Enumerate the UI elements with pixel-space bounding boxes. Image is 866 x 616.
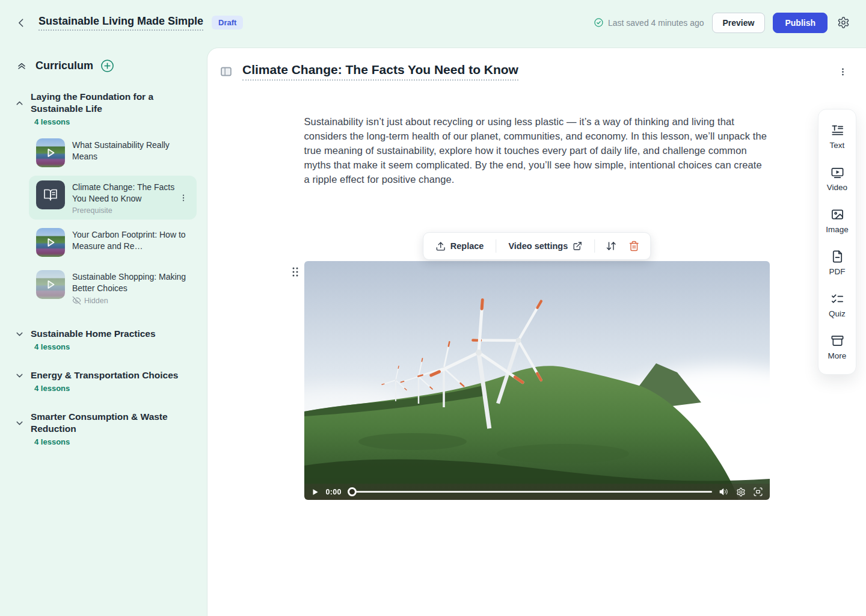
seek-knob[interactable] [348, 487, 357, 496]
topbar: Sustainable Living Made Simple Draft Las… [0, 0, 866, 45]
lesson-title: Climate Change: The Facts You Need to Kn… [72, 182, 174, 203]
replace-label: Replace [450, 241, 484, 251]
curriculum-sidebar: Curriculum Laying the Foundation for a S… [0, 45, 207, 616]
curriculum-title: Curriculum [35, 60, 93, 72]
section-header[interactable]: Smarter Consumption & Waste Reduction [0, 411, 207, 435]
insert-text-button[interactable]: Text [818, 116, 856, 158]
section-lesson-count: 4 lessons [0, 117, 207, 126]
lesson-hidden-badge: Hidden [72, 296, 191, 305]
fullscreen-icon [753, 487, 763, 497]
video-block-toolbar: Replace Video settings [423, 232, 651, 260]
image-icon [831, 208, 844, 221]
app-body: Curriculum Laying the Foundation for a S… [0, 45, 866, 616]
settings-button[interactable] [835, 14, 852, 31]
section-header[interactable]: Energy & Transportation Choices [0, 369, 207, 381]
chevron-down-icon[interactable] [14, 418, 25, 428]
lesson-title: Sustainable Shopping: Making Better Choi… [72, 272, 186, 293]
sidebar-toggle-button[interactable] [218, 64, 234, 79]
lesson-menu-button[interactable] [835, 64, 850, 79]
video-settings-button[interactable]: Video settings [502, 237, 588, 255]
delete-block-button[interactable] [624, 236, 644, 256]
tool-label: Quiz [829, 309, 846, 318]
preview-button[interactable]: Preview [712, 13, 766, 33]
video-block: Replace Video settings [304, 261, 770, 500]
video-controls-bar: 0:00 [304, 484, 770, 500]
curriculum-header: Curriculum [0, 58, 207, 73]
lesson-list: What Sustainability Really Means Climate… [0, 134, 207, 310]
chevron-down-icon[interactable] [14, 371, 25, 381]
volume-icon [719, 487, 729, 497]
lesson-item-video[interactable]: Your Carbon Footprint: How to Measure an… [29, 223, 197, 262]
grip-dots-icon [291, 266, 299, 278]
video-thumbnail [36, 138, 65, 167]
chevrons-up-icon [16, 60, 28, 72]
section-header[interactable]: Sustainable Home Practices [0, 328, 207, 340]
gear-icon [837, 16, 850, 29]
gear-icon [736, 487, 746, 497]
lesson-menu-button[interactable] [176, 191, 191, 205]
publish-button[interactable]: Publish [773, 13, 828, 33]
trash-icon [628, 241, 639, 251]
lesson-paragraph[interactable]: Sustainability isn’t just about recyclin… [304, 114, 770, 186]
seek-bar[interactable] [348, 487, 712, 496]
insert-pdf-button[interactable]: PDF [818, 242, 856, 284]
player-settings-button[interactable] [735, 487, 746, 497]
eye-off-icon [72, 296, 81, 305]
block-drag-handle[interactable] [290, 265, 301, 279]
more-tools-button[interactable]: More [818, 326, 856, 368]
lesson-item-selected[interactable]: Climate Change: The Facts You Need to Kn… [29, 176, 197, 220]
lesson-item-hidden[interactable]: Sustainable Shopping: Making Better Choi… [29, 265, 197, 310]
reading-tile [36, 180, 65, 209]
curriculum-section: Smarter Consumption & Waste Reduction 4 … [0, 411, 207, 446]
section-title: Energy & Transportation Choices [31, 369, 178, 381]
kebab-icon [838, 67, 848, 77]
current-time: 0:00 [326, 488, 342, 496]
section-lesson-count: 4 lessons [0, 342, 207, 351]
play-icon [311, 488, 319, 496]
lesson-title: Your Carbon Footprint: How to Measure an… [72, 230, 186, 251]
volume-button[interactable] [718, 486, 729, 497]
section-title: Laying the Foundation for a Sustainable … [31, 91, 181, 115]
pdf-icon [831, 250, 844, 263]
archive-box-icon [831, 334, 844, 348]
lesson-prerequisite-badge: Prerequisite [72, 206, 191, 215]
back-button[interactable] [13, 14, 30, 31]
move-block-button[interactable] [601, 236, 621, 256]
play-button[interactable] [310, 487, 320, 497]
course-title[interactable]: Sustainable Living Made Simple [38, 15, 203, 31]
insert-quiz-button[interactable]: Quiz [818, 284, 856, 326]
insert-image-button[interactable]: Image [818, 200, 856, 242]
video-thumbnail [36, 270, 65, 299]
check-circle-icon [594, 17, 604, 28]
lesson-page-title[interactable]: Climate Change: The Facts You Need to Kn… [242, 63, 518, 81]
upload-icon [435, 241, 446, 251]
curriculum-section: Energy & Transportation Choices 4 lesson… [0, 369, 207, 393]
section-title: Smarter Consumption & Waste Reduction [31, 411, 181, 435]
quiz-icon [831, 292, 844, 306]
chevron-left-icon [16, 17, 28, 29]
chevron-down-icon[interactable] [14, 329, 25, 339]
book-open-icon [43, 188, 58, 202]
arrow-up-down-icon [606, 241, 616, 251]
add-curriculum-button[interactable] [100, 59, 114, 73]
toolbar-divider [496, 239, 496, 253]
chevron-up-icon[interactable] [14, 98, 25, 108]
video-icon [831, 165, 844, 179]
tool-label: More [828, 351, 847, 360]
external-link-icon [573, 241, 582, 251]
section-header[interactable]: Laying the Foundation for a Sustainable … [0, 91, 207, 115]
last-saved-text: Last saved 4 minutes ago [608, 18, 704, 28]
section-lesson-count: 4 lessons [0, 384, 207, 393]
text-icon [831, 123, 844, 137]
lesson-item-video[interactable]: What Sustainability Really Means [29, 134, 197, 172]
section-lesson-count: 4 lessons [0, 437, 207, 446]
replace-video-button[interactable]: Replace [429, 237, 490, 256]
collapse-all-button[interactable] [14, 58, 29, 73]
insert-video-button[interactable]: Video [818, 158, 856, 200]
plus-circle-icon [100, 59, 114, 73]
video-player[interactable]: 0:00 [304, 261, 770, 500]
lesson-title: What Sustainability Really Means [72, 140, 170, 161]
fullscreen-button[interactable] [752, 486, 764, 497]
last-saved-status: Last saved 4 minutes ago [594, 17, 704, 28]
section-title: Sustainable Home Practices [31, 328, 156, 340]
